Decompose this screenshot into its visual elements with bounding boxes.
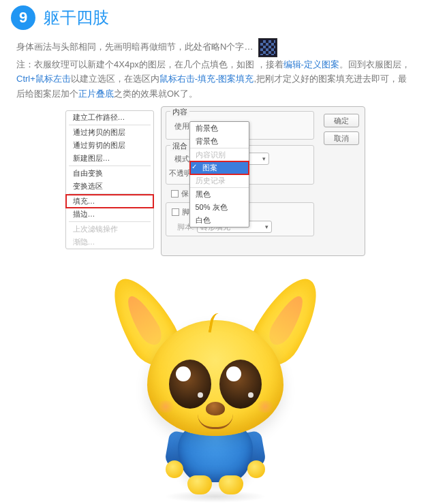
step-title: 躯干四肢 xyxy=(44,7,109,29)
context-menu-item[interactable]: 建立工作路径… xyxy=(66,111,153,124)
use-dropdown[interactable]: 前景色背景色内容识别图案历史记录黑色50% 灰色白色 xyxy=(189,121,249,227)
context-menu[interactable]: 建立工作路径…通过拷贝的图层通过剪切的图层新建图层…自由变换变换选区填充…描边…… xyxy=(65,110,154,249)
highlight-ctrl-click: Ctrl+鼠标左击 xyxy=(16,74,71,84)
mode-label: 模式: xyxy=(174,154,191,164)
text: 之类的效果就OK了。 xyxy=(114,89,198,99)
context-menu-item[interactable]: 自由变换 xyxy=(66,167,153,180)
step-badge: 9 xyxy=(11,5,35,30)
context-menu-item[interactable]: 填充… xyxy=(66,195,153,208)
context-menu-item[interactable]: 通过拷贝的图层 xyxy=(66,126,153,139)
script-pattern-checkbox[interactable] xyxy=(172,208,179,216)
preserve-transparency-checkbox[interactable] xyxy=(171,190,179,198)
text: 以建立选区，在选区内 xyxy=(71,74,159,84)
content-group-label: 内容 xyxy=(170,107,189,117)
text: 注：衣服纹理可以新建个4X4px的图层，在几个点填色，如图 xyxy=(16,59,254,69)
ok-button[interactable]: 确定 xyxy=(324,114,359,127)
mascot-illustration xyxy=(0,278,430,496)
dropdown-item[interactable]: 黑色 xyxy=(190,188,249,201)
context-menu-item[interactable]: 通过剪切的图层 xyxy=(66,139,153,152)
context-menu-item: 渐隐… xyxy=(66,236,153,249)
instruction-paragraph: 身体画法与头部相同，先画明暗再做细节，此处省略N个字… 注：衣服纹理可以新建个4… xyxy=(0,35,430,106)
dialog-screenshot-area: 建立工作路径…通过拷贝的图层通过剪切的图层新建图层…自由变换变换选区填充…描边…… xyxy=(59,110,372,267)
highlight-rc-fill: 鼠标右击-填充-图案填充 xyxy=(159,74,254,84)
blend-group-label: 混合 xyxy=(170,141,189,151)
cancel-button[interactable]: 取消 xyxy=(324,131,359,145)
context-menu-item[interactable]: 变换选区 xyxy=(66,180,153,193)
pattern-swatch-icon xyxy=(258,38,277,57)
text: 。回到衣服图层， xyxy=(339,59,410,69)
text: ，接着 xyxy=(257,59,283,69)
dropdown-item[interactable]: 背景色 xyxy=(190,135,249,148)
chevron-down-icon: ▾ xyxy=(262,155,266,162)
dropdown-item[interactable]: 白色 xyxy=(190,214,249,227)
context-menu-item[interactable]: 描边… xyxy=(66,208,153,221)
dropdown-item: 内容识别 xyxy=(190,148,249,161)
chevron-down-icon: ▾ xyxy=(265,223,268,230)
use-label: 使用 xyxy=(174,121,189,131)
dropdown-item[interactable]: 前景色 xyxy=(190,122,249,135)
dropdown-item[interactable]: 50% 灰色 xyxy=(190,201,249,214)
context-menu-item[interactable]: 新建图层… xyxy=(66,152,153,165)
dropdown-item[interactable]: 图案 xyxy=(190,161,249,174)
text: 身体画法与头部相同，先画明暗再做细节，此处省略N个字… xyxy=(16,42,253,52)
highlight-multiply: 正片叠底 xyxy=(78,89,114,99)
dropdown-item: 历史记录 xyxy=(190,174,249,187)
highlight-edit-define: 编辑-定义图案 xyxy=(283,59,339,69)
context-menu-item: 上次滤镜操作 xyxy=(66,223,153,236)
